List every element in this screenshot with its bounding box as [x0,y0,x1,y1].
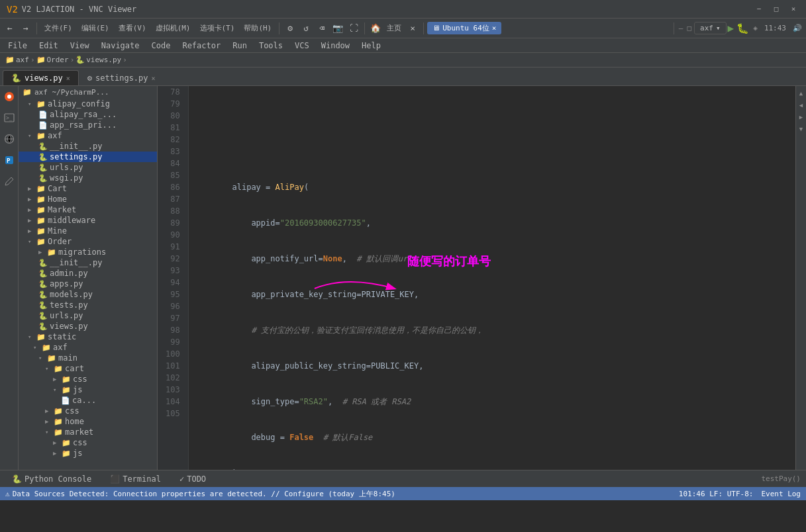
tree-item-order-init[interactable]: 🐍 __init__.py [19,257,157,268]
line-num: 105 [163,408,183,420]
ubuntu-close-icon[interactable]: × [492,24,497,32]
run-square-btn[interactable]: □ [685,24,693,32]
bc-views[interactable]: views.py [86,56,121,64]
tree-item-apps[interactable]: 🐍 apps.py [19,279,157,289]
forward-icon[interactable]: → [19,21,33,36]
tree-item-main-css[interactable]: ▶ 📁 css [19,406,157,416]
menu-view[interactable]: 查看(V) [115,22,150,34]
bc-axf[interactable]: axf [16,56,29,64]
right-ctrl-3[interactable]: ▶ [797,112,806,122]
tree-item-tests[interactable]: 🐍 tests.py [19,300,157,310]
todo-tab[interactable]: ✓ TODO [173,473,213,485]
tree-item-middleware[interactable]: ▶ 📁 middleware [19,215,157,226]
send-ctrl-alt-del-icon[interactable]: ⌫ [315,21,329,36]
python-console-tab[interactable]: 🐍 Python Console [5,473,98,485]
tree-item-main[interactable]: ▾ 📁 main [19,353,157,363]
menu-help[interactable]: Help [356,40,386,52]
menu-file[interactable]: 文件(F) [40,22,76,34]
tree-item-cart-js[interactable]: ▾ 📁 js [19,384,157,395]
tree-item-wsgi[interactable]: 🐍 wsgi.py [19,173,157,183]
tree-item-label: admin.py [50,269,88,278]
volume-icon: 🔊 [791,24,803,32]
right-ctrl-2[interactable]: ◀ [797,101,806,110]
tree-item-alipay-rsa[interactable]: 📄 alipay_rsa_... [19,109,157,120]
menu-vm[interactable]: 虚拟机(M) [152,22,195,34]
menu-file[interactable]: File [3,40,32,52]
code-content[interactable]: alipay = AliPay( appid="2016093000627735… [189,86,795,470]
menu-refactor[interactable]: Refactor [177,40,226,52]
home-icon[interactable]: 🏠 [368,21,383,36]
menu-navigate[interactable]: Navigate [96,40,145,52]
tree-item-ca-file[interactable]: 📄 ca... [19,395,157,406]
run-button[interactable]: ▶ [728,22,734,34]
fullscreen-icon[interactable]: ⛶ [346,21,361,36]
tree-item-mine[interactable]: ▶ 📁 Mine [19,226,157,236]
tree-item-settings[interactable]: 🐍 settings.py [19,152,157,162]
menu-tabs[interactable]: 选项卡(T) [196,22,239,34]
code-editor[interactable]: 78 79 80 81 82 83 84 85 86 87 88 89 90 9… [158,86,795,470]
close-button[interactable]: × [787,3,799,15]
tab-settings-close[interactable]: × [152,75,156,82]
maximize-button[interactable]: □ [770,3,782,15]
tree-item-static-axf[interactable]: ▾ 📁 axf [19,342,157,353]
home-label[interactable]: 主页 [384,23,404,33]
menu-edit[interactable]: Edit [34,40,64,52]
tree-item-market[interactable]: ▶ 📁 Market [19,204,157,215]
tab-views-py[interactable]: 🐍 views.py × [3,70,79,85]
tab-views-close[interactable]: × [66,75,70,82]
tree-item-order-urls[interactable]: 🐍 urls.py [19,310,157,321]
menu-vcs[interactable]: VCS [289,40,315,52]
tab-settings-py[interactable]: ⚙ settings.py × [79,70,164,85]
menu-edit[interactable]: 编辑(E) [77,22,113,34]
settings-icon[interactable]: ⚙ [283,21,297,36]
tree-item-market-js[interactable]: ▶ 📁 js [19,448,157,459]
menu-run[interactable]: Run [227,40,252,52]
ubuntu-vm-button[interactable]: 🖥 Ubuntu 64位 × [427,22,501,34]
bottom-function: testPay() [761,474,801,483]
tree-item-cart[interactable]: ▶ 📁 Cart [19,183,157,194]
tree-item-axf[interactable]: ▾ 📁 axf [19,130,157,141]
refresh-icon[interactable]: ↺ [299,21,313,36]
ubuntu-icon-btn[interactable] [1,89,17,105]
menu-view[interactable]: View [65,40,95,52]
browser-icon-btn[interactable] [1,131,17,147]
tree-item-views[interactable]: 🐍 views.py [19,321,157,332]
minimize-button[interactable]: − [753,3,765,15]
tree-item-models[interactable]: 🐍 models.py [19,289,157,300]
pencil-icon-btn[interactable] [1,173,17,189]
tree-item-cart-folder[interactable]: ▾ 📁 cart [19,363,157,374]
tree-item-home[interactable]: ▶ 📁 Home [19,194,157,204]
tree-item-alipay-config[interactable]: ▾ 📁 alipay_config [19,99,157,109]
line-num: 83 [163,146,183,157]
screenshot-icon[interactable]: 📷 [330,21,345,36]
back-icon[interactable]: ← [3,21,17,36]
tree-item-admin[interactable]: 🐍 admin.py [19,268,157,279]
tree-item-migrations[interactable]: ▶ 📁 migrations [19,247,157,257]
coverage-button[interactable]: ◈ [752,24,759,32]
tree-item-init[interactable]: 🐍 __init__.py [19,141,157,152]
run-minus-btn[interactable]: — [678,24,685,32]
tree-item-app-rsa[interactable]: 📄 app_rsa_pri... [19,120,157,130]
right-ctrl-4[interactable]: ▼ [797,124,806,134]
tree-item-urls[interactable]: 🐍 urls.py [19,162,157,173]
tree-item-main-market[interactable]: ▾ 📁 market [19,427,157,437]
bc-order[interactable]: Order [47,56,69,64]
tree-item-cart-css[interactable]: ▶ 📁 css [19,374,157,384]
right-ctrl-1[interactable]: ▲ [797,89,806,98]
menu-code[interactable]: Code [146,40,176,52]
menu-window[interactable]: Window [316,40,355,52]
tree-item-label: __init__.py [50,142,102,151]
tree-item-market-css[interactable]: ▶ 📁 css [19,437,157,448]
tree-item-order[interactable]: ▾ 📁 Order [19,236,157,247]
tree-item-static[interactable]: ▾ 📁 static [19,332,157,342]
folder-icon: 📁 [42,343,51,352]
close-tab-icon[interactable]: × [405,21,420,36]
tree-item-main-home[interactable]: ▶ 📁 home [19,416,157,427]
debug-button[interactable]: 🐛 [735,22,750,34]
terminal-tab[interactable]: ⬛ Terminal [103,473,168,485]
pycharm-icon-btn[interactable]: P [1,152,17,168]
menu-tools[interactable]: Tools [254,40,288,52]
run-config-selector[interactable]: axf ▾ [694,22,727,34]
menu-help[interactable]: 帮助(H) [240,22,276,34]
terminal-icon-btn[interactable]: >_ [1,110,17,126]
